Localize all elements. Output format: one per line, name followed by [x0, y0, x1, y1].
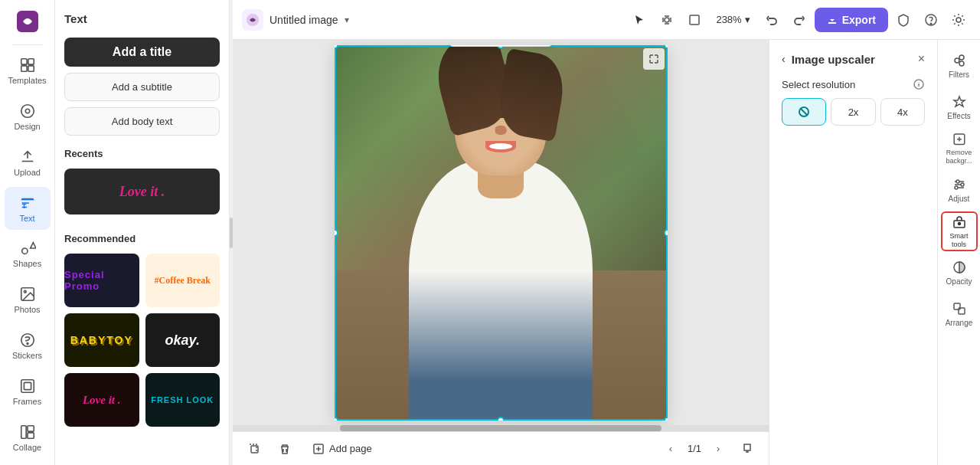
svg-point-41: [956, 180, 959, 183]
topbar-chevron-icon[interactable]: ▾: [345, 15, 349, 25]
effects-label: Effects: [947, 112, 970, 120]
help-icon-button[interactable]: [919, 8, 943, 32]
add-title-button[interactable]: Add a title: [64, 38, 220, 67]
add-body-button[interactable]: Add body text: [64, 107, 220, 136]
sidebar-item-shapes[interactable]: Shapes: [5, 233, 51, 276]
recommended-label: Recommended: [64, 233, 220, 244]
sidebar-item-upload-label: Upload: [14, 168, 41, 177]
recents-love-it[interactable]: Love it .: [64, 169, 220, 214]
topbar-doc-name[interactable]: Untitled image: [270, 14, 338, 26]
svg-rect-15: [24, 382, 31, 389]
resolution-2x-button[interactable]: 2x: [831, 98, 875, 126]
present-button[interactable]: [735, 437, 760, 461]
sidebar-item-text[interactable]: T Text: [5, 187, 51, 230]
shield-icon-button[interactable]: [891, 8, 916, 32]
sidebar-divider-top: [12, 44, 43, 45]
effects-button[interactable]: Effects: [941, 87, 978, 127]
shapes-icon: [19, 240, 36, 257]
opacity-icon: [952, 260, 967, 275]
okay-text: okay.: [165, 332, 200, 349]
svg-point-13: [27, 343, 28, 345]
templates-icon: [19, 57, 36, 74]
zoom-chevron-icon: ▾: [745, 14, 750, 25]
svg-point-39: [959, 61, 964, 66]
svg-rect-17: [28, 425, 34, 431]
canvas-expand-icon[interactable]: [643, 48, 665, 70]
delete-page-button[interactable]: [273, 437, 297, 461]
arrange-label: Arrange: [946, 319, 973, 327]
rec-babytoy[interactable]: BABYTOY: [64, 313, 139, 367]
special-promo-text: Special Promo: [64, 269, 139, 292]
remove-bg-button[interactable]: Remove backgr...: [941, 129, 978, 169]
redo-button[interactable]: [787, 8, 812, 32]
arrange-button[interactable]: Arrange: [941, 294, 978, 334]
text-panel: Text Add a title Add a subtitle Add body…: [55, 0, 230, 465]
add-page-button[interactable]: Add page: [303, 438, 381, 460]
topbar-tools: 238% ▾ Export: [627, 8, 971, 32]
resolution-4x-button[interactable]: 4x: [880, 98, 925, 126]
rec-fresh-look[interactable]: FRESH LOOK: [145, 373, 220, 427]
rec-love-it-2[interactable]: Love it .: [64, 373, 139, 427]
canvas-image[interactable]: ↻: [335, 45, 668, 421]
prev-page-button[interactable]: ‹: [660, 438, 681, 460]
settings-icon-button[interactable]: [946, 8, 971, 32]
svg-point-43: [955, 186, 958, 189]
love-it-2-text: Love it .: [83, 394, 121, 407]
sidebar-item-templates[interactable]: Templates: [5, 50, 51, 93]
svg-point-11: [24, 291, 26, 293]
app-logo[interactable]: [5, 6, 51, 37]
svg-rect-4: [28, 66, 33, 71]
upload-icon: [19, 149, 36, 165]
undo-button[interactable]: [760, 8, 784, 32]
svg-rect-14: [21, 380, 34, 393]
sidebar-item-stickers[interactable]: Stickers: [5, 325, 51, 368]
rec-special-promo[interactable]: Special Promo: [64, 254, 139, 307]
svg-point-42: [961, 183, 964, 186]
sidebar-item-design[interactable]: Design: [5, 96, 51, 139]
svg-rect-1: [21, 59, 26, 64]
sidebar-item-upload[interactable]: Upload: [5, 141, 51, 184]
filters-icon: [952, 53, 967, 68]
rec-coffee-break[interactable]: #Coffee Break: [145, 254, 220, 307]
sidebar-item-frames[interactable]: Frames: [5, 370, 51, 413]
adjust-icon: [952, 177, 967, 192]
zoom-control[interactable]: 238% ▾: [710, 11, 756, 28]
frame-tool-button[interactable]: [682, 8, 707, 32]
svg-point-8: [21, 248, 27, 254]
image-upscaler-panel: ‹ Image upscaler × Select resolution 2x …: [769, 40, 937, 465]
upscaler-close-button[interactable]: ×: [918, 52, 925, 66]
svg-rect-2: [28, 59, 33, 64]
frames-icon: [19, 378, 36, 395]
export-button[interactable]: Export: [815, 8, 888, 32]
sidebar-item-photos[interactable]: Photos: [5, 279, 51, 322]
stickers-icon: [19, 332, 36, 349]
page-nav: ‹ 1/1 ›: [660, 437, 760, 461]
canvas-frame[interactable]: ↻: [335, 45, 668, 421]
pan-tool-button[interactable]: [655, 8, 679, 32]
canvas-workspace[interactable]: Page 1: [233, 40, 769, 425]
resolution-no-upscale-button[interactable]: [782, 98, 826, 126]
sidebar-item-collage[interactable]: Collage: [5, 416, 51, 459]
page-count: 1/1: [688, 443, 701, 454]
opacity-button[interactable]: Opacity: [941, 253, 978, 293]
filters-button[interactable]: Filters: [941, 46, 978, 86]
scrollbar-thumb[interactable]: [340, 425, 662, 431]
upscaler-panel-content: ‹ Image upscaler × Select resolution 2x …: [769, 40, 937, 465]
adjust-button[interactable]: Adjust: [941, 170, 978, 210]
copy-page-button[interactable]: [242, 437, 266, 461]
filters-label: Filters: [949, 70, 969, 79]
upscaler-back-button[interactable]: ‹: [782, 53, 786, 65]
canvas-horizontal-scrollbar[interactable]: [233, 425, 769, 431]
photos-icon: [19, 286, 36, 303]
rec-okay[interactable]: okay.: [145, 313, 220, 367]
svg-point-38: [959, 55, 964, 60]
add-subtitle-button[interactable]: Add a subtitle: [64, 73, 220, 101]
svg-point-6: [25, 109, 30, 113]
smart-tools-button[interactable]: Smart tools: [941, 211, 978, 251]
fresh-look-text: FRESH LOOK: [151, 395, 214, 404]
select-tool-button[interactable]: [627, 8, 652, 32]
remove-bg-icon: [952, 132, 967, 146]
zoom-level: 238%: [716, 14, 741, 25]
sidebar-item-templates-label: Templates: [8, 76, 46, 85]
next-page-button[interactable]: ›: [707, 438, 729, 460]
